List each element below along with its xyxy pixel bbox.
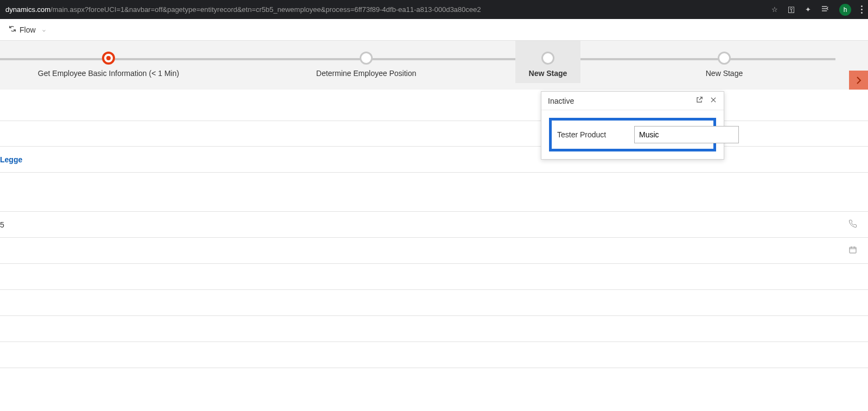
process-stages-bar: Get Employee Basic Information (< 1 Min)… (0, 41, 868, 90)
profile-avatar[interactable]: h (839, 4, 851, 16)
form-row[interactable] (0, 264, 868, 290)
flow-icon (9, 25, 16, 34)
stage-determine-position[interactable]: Determine Employee Position (217, 52, 515, 78)
form-row[interactable] (0, 173, 868, 212)
phone-icon[interactable] (848, 219, 857, 230)
url-text[interactable]: dynamics.com/main.aspx?forceUCI=1&navbar… (5, 5, 761, 14)
browser-menu-icon[interactable] (861, 5, 863, 14)
phone-value: 5 (0, 220, 4, 229)
form-row-owner[interactable]: Legge (0, 147, 868, 173)
stage-label: Get Employee Basic Information (< 1 Min) (38, 69, 179, 78)
calendar-icon[interactable] (848, 245, 857, 256)
form-row[interactable] (0, 290, 868, 316)
stage-new-stage-4[interactable]: New Stage (580, 52, 868, 78)
flow-label: Flow (20, 26, 36, 34)
stage-label: Determine Employee Position (316, 69, 416, 78)
stage-label: New Stage (529, 69, 567, 78)
svg-rect-0 (850, 247, 856, 253)
form-row[interactable] (0, 342, 868, 368)
stage-circle (541, 52, 554, 65)
browser-address-bar: dynamics.com/main.aspx?forceUCI=1&navbar… (0, 0, 868, 19)
form-row-date[interactable] (0, 238, 868, 264)
reading-list-icon[interactable] (821, 4, 829, 15)
stage-employee-info[interactable]: Get Employee Basic Information (< 1 Min) (0, 52, 217, 78)
toolbar: Flow ⌵ (0, 19, 868, 41)
form-content: Legge 5 (0, 121, 868, 368)
owner-link[interactable]: Legge (0, 155, 22, 164)
browser-actions: ☆ ⚿ ✦ h (771, 4, 863, 16)
form-row-phone[interactable]: 5 (0, 212, 868, 238)
stage-popup: Inactive Tester Product (541, 91, 724, 160)
tester-product-field-highlight: Tester Product (549, 118, 716, 151)
close-icon[interactable] (710, 96, 717, 105)
form-row[interactable] (0, 316, 868, 342)
popup-header-icons (695, 96, 717, 105)
extensions-icon[interactable]: ✦ (805, 5, 811, 14)
flow-button[interactable]: Flow ⌵ (4, 23, 50, 36)
popup-header: Inactive (541, 92, 724, 110)
chevron-down-icon: ⌵ (42, 27, 46, 33)
popout-icon[interactable] (695, 96, 703, 105)
popup-title: Inactive (548, 97, 574, 105)
stage-circle (360, 52, 373, 65)
popup-body: Tester Product (541, 110, 724, 159)
stage-circle (718, 52, 731, 65)
star-icon[interactable]: ☆ (771, 5, 778, 14)
key-icon[interactable]: ⚿ (788, 5, 795, 14)
tester-product-label: Tester Product (557, 130, 628, 139)
stage-label: New Stage (706, 69, 743, 78)
tester-product-input[interactable] (634, 126, 739, 143)
stage-circle-active (102, 52, 115, 65)
stage-new-stage-selected[interactable]: New Stage (515, 41, 580, 83)
